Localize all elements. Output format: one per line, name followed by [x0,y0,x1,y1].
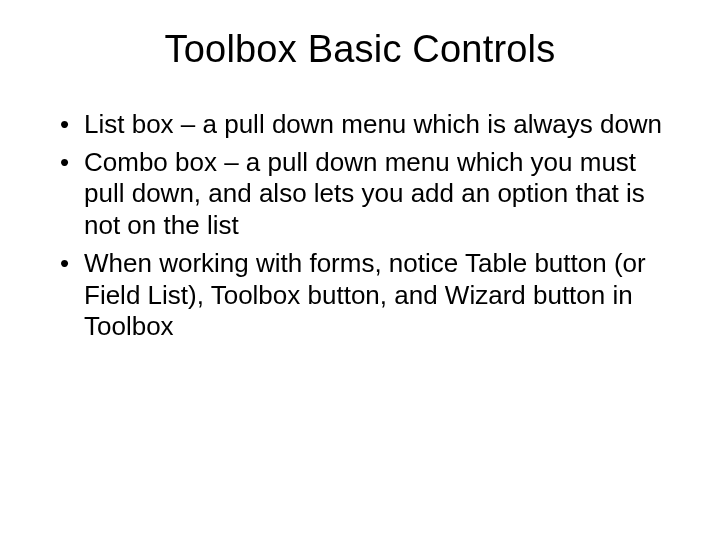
slide-title: Toolbox Basic Controls [50,28,670,71]
list-item: List box – a pull down menu which is alw… [60,109,670,141]
list-item: Combo box – a pull down menu which you m… [60,147,670,242]
bullet-list: List box – a pull down menu which is alw… [50,109,670,343]
list-item: When working with forms, notice Table bu… [60,248,670,343]
slide: Toolbox Basic Controls List box – a pull… [0,0,720,540]
